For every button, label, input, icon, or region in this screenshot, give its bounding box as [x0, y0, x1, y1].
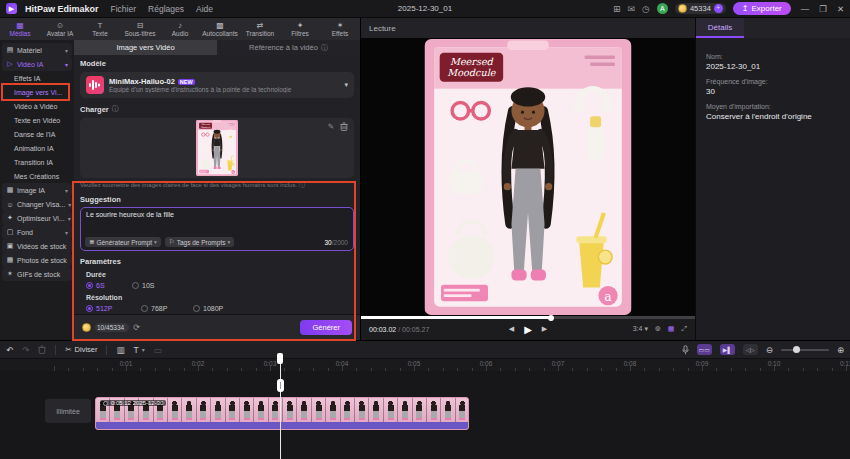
link-toggle-icon[interactable]: ◁▷: [743, 344, 758, 355]
fullscreen-icon[interactable]: ⤢: [681, 325, 687, 333]
next-frame-button[interactable]: ▶: [542, 325, 547, 333]
timeline-zoom-slider[interactable]: [781, 349, 829, 351]
uploaded-image-thumbnail[interactable]: [196, 120, 238, 176]
tab-audio[interactable]: ♪Audio: [160, 18, 200, 40]
model-section-label: Modèle: [80, 59, 354, 68]
sidebar-item-image-vers-video[interactable]: Image vers Vi...: [0, 85, 74, 99]
stock-video-icon: ▣: [6, 242, 14, 250]
generate-button[interactable]: Générer: [300, 320, 352, 335]
preview-canvas[interactable]: [361, 38, 695, 316]
sidebar-item-videos-stock[interactable]: ▣Vidéos de stock: [2, 239, 72, 253]
restore-button[interactable]: ❐: [819, 4, 827, 14]
sidebar-item-gifs-stock[interactable]: ✶GIFs de stock: [2, 267, 72, 281]
playhead-handle[interactable]: [277, 353, 283, 364]
tab-filtres[interactable]: ✦Filtres: [280, 18, 320, 40]
uploaded-image-card[interactable]: ✎: [80, 118, 354, 178]
text-tool-icon[interactable]: T▾: [134, 345, 145, 355]
history-icon[interactable]: ◷: [642, 4, 650, 14]
prompt-text[interactable]: Le sourire heureux de la fille: [86, 211, 348, 218]
tab-image-vers-video[interactable]: Image vers Vidéo: [74, 40, 217, 55]
menu-help[interactable]: Aide: [196, 4, 213, 14]
image-to-video-panel: Image vers Vidéo Référence à la vidéoⓘ M…: [74, 40, 360, 340]
add-credits-icon[interactable]: +: [714, 4, 723, 13]
aspect-ratio-select[interactable]: 3:4 ▾: [633, 325, 648, 333]
prompt-tags-button[interactable]: ⚐Tags de Prompts▾: [165, 237, 234, 247]
tab-texte[interactable]: TTexte: [80, 18, 120, 40]
sidebar-item-video-ia[interactable]: ▷Vidéo IA▾: [2, 57, 72, 71]
tab-details[interactable]: Détails: [696, 18, 744, 38]
split-button[interactable]: ✂Diviser: [65, 345, 97, 354]
tab-medias[interactable]: ▦Médias: [0, 18, 40, 40]
duration-6s-radio[interactable]: 6S: [86, 282, 132, 289]
name-label: Nom:: [706, 53, 840, 60]
sidebar-item-materiel[interactable]: ▤Matériel▾: [2, 43, 72, 57]
freeze-frame-icon[interactable]: ▭: [154, 345, 162, 355]
sidebar-item-texte-en-video[interactable]: Texte en Vidéo: [0, 113, 74, 127]
sidebar-item-photos-stock[interactable]: ▦Photos de stock: [2, 253, 72, 267]
enhance-icon: ✦: [6, 214, 14, 222]
menu-file[interactable]: Fichier: [111, 4, 137, 14]
sidebar-item-fond[interactable]: ▢Fond▾: [2, 225, 72, 239]
auto-ripple-toggle-icon[interactable]: ▭▭: [697, 344, 712, 355]
duration-10s-radio[interactable]: 10S: [132, 282, 154, 289]
sidebar-item-mes-creations[interactable]: Mes Créations: [0, 169, 74, 183]
prompt-textarea[interactable]: Le sourire heureux de la fille ≣Générate…: [80, 207, 354, 251]
sidebar-item-transition-ia[interactable]: Transition IA: [0, 155, 74, 169]
sidebar-item-video-a-video[interactable]: Vidéo à Vidéo: [0, 99, 74, 113]
record-voice-icon[interactable]: [682, 345, 689, 355]
menu-settings[interactable]: Réglages: [148, 4, 184, 14]
play-button[interactable]: ▶: [524, 324, 532, 335]
sidebar-item-image-ia[interactable]: ▩Image IA▾: [2, 183, 72, 197]
close-button[interactable]: ✕: [837, 4, 844, 14]
seek-bar-fill: [361, 316, 551, 319]
edit-image-icon[interactable]: ✎: [328, 122, 334, 131]
resolution-512p-radio[interactable]: 512P: [86, 305, 141, 312]
suggestion-section-label: Suggestion: [80, 195, 354, 204]
previous-frame-button[interactable]: ◀: [509, 325, 514, 333]
playhead-line[interactable]: [280, 353, 281, 459]
sidebar-item-animation-ia[interactable]: Animation IA: [0, 141, 74, 155]
delete-clip-icon[interactable]: [38, 345, 46, 354]
zoom-in-icon[interactable]: ⊕: [837, 345, 844, 355]
grid-icon[interactable]: ▦: [668, 325, 675, 333]
user-avatar[interactable]: A: [657, 3, 668, 14]
timecode: 00:03.02 / 00:05.27: [369, 326, 429, 333]
sidebar-item-changer-visage[interactable]: ☺Changer Visa...▾: [2, 197, 72, 211]
layout-icon[interactable]: ⊞: [613, 4, 621, 14]
resolution-1080p-radio[interactable]: 1080P: [193, 305, 223, 312]
tab-sous-titres[interactable]: ⊟Sous-titres: [120, 18, 160, 40]
image-ia-icon: ▩: [6, 186, 14, 194]
undo-icon[interactable]: ↶: [6, 345, 13, 355]
tab-autocollants[interactable]: ▩Autocollants: [200, 18, 240, 40]
export-button[interactable]: ↥ Exporter: [733, 2, 791, 15]
magnet-toggle-icon[interactable]: ▶▌: [720, 344, 735, 355]
credits-badge[interactable]: 45334 +: [675, 3, 726, 14]
seek-bar[interactable]: [361, 316, 695, 319]
sidebar-item-danse-ia[interactable]: Danse de l'IA: [0, 127, 74, 141]
preview-panel: Lecture 00:03.02 / 00:05.27 ◀ ▶ ▶ 3:4 ▾ …: [360, 18, 695, 340]
export-icon: ↥: [742, 4, 749, 13]
texte-icon: T: [98, 21, 103, 30]
mask-icon[interactable]: ▥: [116, 345, 124, 355]
track-label: Illimitée: [45, 399, 91, 423]
video-clip[interactable]: 0:05:12 2025-12-30: [95, 397, 469, 430]
feedback-icon[interactable]: ✉: [628, 4, 636, 14]
snapshot-icon[interactable]: ⊚: [655, 325, 661, 333]
sidebar-item-optimiseur[interactable]: ✦Optimiseur Vi...▾: [2, 211, 72, 225]
minimize-button[interactable]: —: [801, 4, 810, 14]
prompt-generator-button[interactable]: ≣Générateur Prompt▾: [85, 237, 161, 247]
tab-effets[interactable]: ✶Effets: [320, 18, 360, 40]
refresh-icon[interactable]: ⟳: [133, 323, 140, 332]
playhead-grip[interactable]: [277, 379, 284, 392]
tab-transition[interactable]: ⇄Transition: [240, 18, 280, 40]
zoom-out-icon[interactable]: ⊖: [766, 345, 773, 355]
delete-image-icon[interactable]: [340, 122, 348, 131]
redo-icon[interactable]: ↷: [22, 345, 29, 355]
timeline-ruler[interactable]: 0:010:020:030:040:050:060:070:080:090:10…: [0, 359, 850, 371]
tab-avatar-ia[interactable]: ☺Avatar IA: [40, 18, 80, 40]
sidebar-item-effets-ia[interactable]: Effets IA: [0, 71, 74, 85]
tab-reference-video[interactable]: Référence à la vidéoⓘ: [217, 40, 360, 55]
zoom-slider-knob[interactable]: [793, 346, 800, 353]
resolution-768p-radio[interactable]: 768P: [141, 305, 193, 312]
model-selector[interactable]: MiniMax-Hailuo-02NEW Équipé d'un système…: [80, 72, 354, 98]
